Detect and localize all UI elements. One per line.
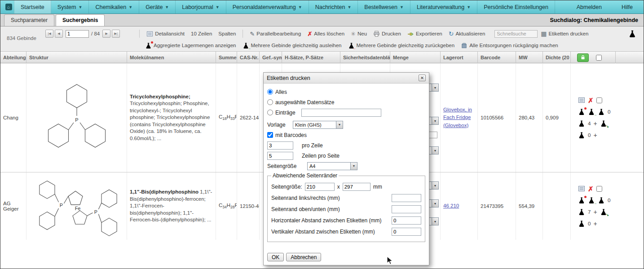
lend-flask-icon[interactable]: → xyxy=(588,108,595,115)
v-gap-input[interactable] xyxy=(392,228,421,236)
menu-chemikalien[interactable]: Chemikalien▼ xyxy=(89,0,139,13)
radio-alles[interactable] xyxy=(267,89,273,95)
menu-abmelden[interactable]: Abmelden xyxy=(570,0,608,13)
previous-page-button[interactable]: ◀ xyxy=(55,30,63,38)
aggregate-flask-icon[interactable] xyxy=(578,108,585,115)
column-header-dichte[interactable]: Dichte (20 °C) xyxy=(543,52,571,63)
menu-bestellwesen[interactable]: Bestellwesen▼ xyxy=(358,0,410,13)
quick-search-input[interactable] xyxy=(494,30,538,38)
menu-personaldatenverwaltung[interactable]: Personaldatenverwaltung▼ xyxy=(226,0,309,13)
radio-eintraege[interactable] xyxy=(267,110,273,115)
aggregate-flask-icon[interactable] xyxy=(578,197,585,204)
select-all-checkbox[interactable] xyxy=(596,55,602,61)
menu-hilfe[interactable]: Hilfe xyxy=(615,0,639,13)
first-page-button[interactable]: |◀ xyxy=(45,30,53,38)
lend-multiple-button[interactable]: → Mehrere Gebinde gleichzeitig ausleihen xyxy=(239,41,345,50)
borrowed-flask-icon[interactable] xyxy=(598,197,605,204)
delete-icon[interactable]: ✗ xyxy=(588,97,594,104)
refresh-button[interactable]: ↻ Aktualisieren xyxy=(446,30,489,38)
margins-fieldset: Abweichende Seitenränder Seitengröße: x … xyxy=(267,172,425,242)
add-button[interactable]: + xyxy=(593,120,597,127)
empty-count: 0 xyxy=(588,221,591,226)
margin-lr-input[interactable] xyxy=(392,194,421,202)
detail-view-button[interactable]: Detailansicht xyxy=(143,30,188,38)
next-page-button[interactable]: ▶ xyxy=(102,30,110,38)
row-checkbox[interactable] xyxy=(596,97,602,103)
add-button[interactable]: + xyxy=(593,132,597,138)
undo-disposal-button[interactable]: Alle Entsorgungen rückgängig machen xyxy=(458,41,561,50)
stock-flask-icon[interactable] xyxy=(578,120,585,127)
transfer-flask-icon[interactable]: ↘ xyxy=(600,120,607,127)
page-number-input[interactable] xyxy=(66,30,89,38)
column-header-molekuelnamen[interactable]: Molekülnamen xyxy=(127,52,216,63)
lend-flask-icon[interactable]: → xyxy=(588,197,595,204)
h-gap-input[interactable] xyxy=(392,216,421,225)
column-header-sicherheitsdatenblatt[interactable]: Sicherheitsdatenblätter xyxy=(340,52,390,63)
ok-button[interactable]: OK xyxy=(267,253,284,261)
column-header-summenformel[interactable]: Summenformel xyxy=(216,52,237,63)
column-header-cas[interactable]: CAS-Nr. xyxy=(237,52,260,63)
lend-flask-icon: → xyxy=(243,42,249,49)
page-height-input[interactable] xyxy=(343,183,371,191)
menu-laborjournal[interactable]: Laborjournal▼ xyxy=(176,0,226,13)
new-button[interactable]: ✳ Neu xyxy=(348,30,370,38)
cancel-button[interactable]: Abbrechen xyxy=(286,253,321,261)
detail-view-icon[interactable] xyxy=(578,97,585,104)
cell-formula: C34H28FeP2 xyxy=(216,172,237,240)
menu-geraete[interactable]: Geräte▼ xyxy=(139,0,176,13)
print-button[interactable]: Drucken xyxy=(370,30,404,38)
chevron-down-icon: ▼ xyxy=(432,84,438,91)
last-page-button[interactable]: ▶| xyxy=(112,30,120,38)
rows-per-page-button[interactable]: 10 Zeilen xyxy=(188,30,215,37)
dropdown-arrow-icon: ▼ xyxy=(298,5,302,9)
aggregate-stock-button[interactable]: Aggregierte Lagermengen anzeigen xyxy=(142,41,239,50)
storage-location-link[interactable]: Glovebox, in Fach Fridge (Glovebox) xyxy=(443,106,475,129)
add-button[interactable]: + xyxy=(593,220,597,227)
lock-icon[interactable] xyxy=(577,53,589,62)
add-button[interactable]: + xyxy=(593,209,597,215)
close-icon[interactable]: ✕ xyxy=(419,75,426,81)
per-row-input[interactable] xyxy=(267,141,293,150)
page-width-input[interactable] xyxy=(305,183,335,191)
column-header-struktur[interactable]: Struktur xyxy=(26,52,127,63)
column-header-mw[interactable]: MW xyxy=(516,52,543,63)
menu-nachrichten[interactable]: Nachrichten▼ xyxy=(309,0,358,13)
rows-per-page-input[interactable] xyxy=(267,152,293,160)
tab-suchparameter[interactable]: Suchparameter xyxy=(4,14,54,26)
delete-icon[interactable]: ✗ xyxy=(588,185,594,192)
empty-flask-icon[interactable] xyxy=(578,220,585,227)
column-header-barcode[interactable]: Barcode xyxy=(478,52,516,63)
stock-flask-icon[interactable] xyxy=(578,208,585,216)
transfer-flask-icon[interactable]: ↘ xyxy=(600,208,607,216)
storage-location-link[interactable]: 46 210 xyxy=(443,202,459,210)
menu-persoenliche-einstellungen[interactable]: Persönliche Einstellungen xyxy=(477,0,555,13)
column-header-h-p-saetze[interactable]: H-Sätze, P-Sätze xyxy=(282,52,340,63)
delete-all-button[interactable]: ✗ Alles löschen xyxy=(304,30,348,38)
margin-tb-input[interactable] xyxy=(392,205,421,213)
menu-system[interactable]: System▼ xyxy=(51,0,89,13)
tab-suchergebnis[interactable]: Suchergebnis xyxy=(56,14,105,26)
vorlage-select[interactable]: Klein (GHS) ▼ xyxy=(293,121,343,129)
empty-flask-icon[interactable] xyxy=(578,132,585,139)
export-button[interactable]: Exportieren xyxy=(404,30,446,38)
menu-startseite[interactable]: Startseite xyxy=(14,0,51,13)
chemicals-flask-icon[interactable] xyxy=(628,30,636,39)
columns-button[interactable]: Spalten xyxy=(215,30,239,37)
radio-ausgewaehlte[interactable] xyxy=(267,99,273,105)
column-header-abteilung[interactable]: Abteilung xyxy=(0,52,26,63)
column-header-menge[interactable]: Menge xyxy=(390,52,441,63)
borrowed-flask-icon[interactable] xyxy=(598,108,605,115)
entries-input[interactable] xyxy=(301,109,381,117)
return-multiple-button[interactable]: ← Mehrere Gebinde gleichzeitig zurückgeb… xyxy=(345,41,458,50)
detail-view-icon[interactable] xyxy=(578,185,585,192)
page-size-select[interactable]: A4 ▼ xyxy=(307,162,357,170)
parallel-edit-button[interactable]: ✎ Parallelbearbeitung xyxy=(247,30,304,38)
column-header-lagerort[interactable]: Lagerort xyxy=(441,52,478,63)
barcodes-checkbox[interactable] xyxy=(267,132,273,138)
print-labels-button[interactable]: ▦ Etiketten drucken xyxy=(538,30,591,38)
dialog-title: Etiketten drucken xyxy=(267,75,310,81)
menu-literaturverwaltung[interactable]: Literaturverwaltung▼ xyxy=(410,0,477,13)
cell-molecule-names: 1,1"-Bis(diphenylphosphino 1,1\"-Bis(dip… xyxy=(127,172,216,240)
row-checkbox[interactable] xyxy=(596,186,602,192)
column-header-gefahrensymbole[interactable]: Gef.-symbole xyxy=(260,52,282,63)
